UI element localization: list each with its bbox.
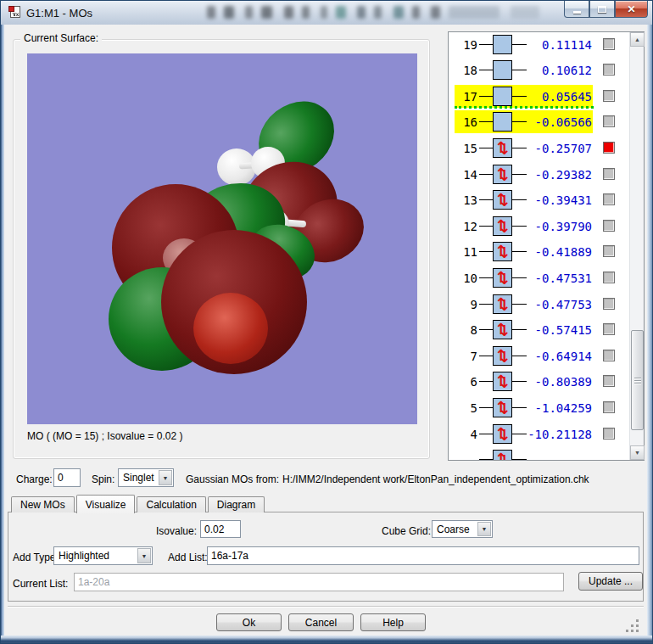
orbital-box[interactable]: ↑↓ bbox=[493, 216, 512, 236]
mo-row-partial[interactable]: ↑↓ bbox=[449, 446, 629, 460]
tab-bar: New MOsVisualizeCalculationDiagram bbox=[11, 494, 266, 512]
mo-energy: 0.05645 bbox=[520, 90, 592, 104]
mo-checkbox-17[interactable] bbox=[603, 90, 615, 102]
orbital-box[interactable] bbox=[493, 87, 512, 106]
mo-checkbox-6[interactable] bbox=[603, 375, 615, 387]
mo-row-6[interactable]: ↑↓6-0.80389 bbox=[449, 368, 629, 395]
gaussian-source-label: Gaussian MOs from: bbox=[186, 473, 279, 485]
mo-row-4[interactable]: ↑↓4-10.21128 bbox=[449, 421, 629, 447]
resize-grip-icon[interactable] bbox=[626, 619, 639, 633]
orbital-box[interactable]: ↑↓ bbox=[493, 450, 512, 460]
orbital-box[interactable]: ↑↓ bbox=[493, 294, 512, 314]
orbital-box[interactable] bbox=[493, 35, 512, 54]
mo-checkbox-16[interactable] bbox=[603, 115, 615, 127]
level-line bbox=[479, 459, 493, 460]
mo-checkbox-19[interactable] bbox=[603, 38, 615, 50]
current-list-input[interactable]: 1a-20a bbox=[74, 573, 564, 591]
mo-checkbox-7[interactable] bbox=[603, 350, 615, 361]
mo-checkbox-18[interactable] bbox=[603, 64, 615, 76]
mo-checkbox-14[interactable] bbox=[603, 168, 615, 180]
level-line bbox=[479, 381, 493, 382]
help-button[interactable]: Help bbox=[360, 613, 426, 631]
orbital-box[interactable]: ↑↓ bbox=[493, 372, 512, 391]
chevron-down-icon[interactable]: ▼ bbox=[137, 548, 151, 563]
isovalue-input[interactable]: 0.02 bbox=[200, 520, 241, 538]
mo-row-11[interactable]: ↑↓11-0.41889 bbox=[449, 238, 629, 265]
update-button[interactable]: Update ... bbox=[578, 572, 643, 591]
mo-row-19[interactable]: 190.11114 bbox=[449, 32, 629, 58]
mo-row-10[interactable]: ↑↓10-0.47531 bbox=[449, 265, 629, 291]
spin-dropdown[interactable]: Singlet ▼ bbox=[118, 468, 174, 487]
mo-row-17[interactable]: 170.05645 bbox=[449, 83, 629, 109]
orbital-box[interactable] bbox=[493, 60, 512, 80]
mo-checkbox-8[interactable] bbox=[603, 323, 615, 335]
mo-row-15[interactable]: ↑↓15-0.25707 bbox=[449, 135, 629, 161]
mo-energy: -0.39790 bbox=[520, 220, 592, 233]
level-line bbox=[479, 304, 493, 305]
mo-checkbox-10[interactable] bbox=[603, 272, 615, 283]
orbital-box[interactable]: ↑↓ bbox=[493, 165, 512, 184]
mo-row-8[interactable]: ↑↓8-0.57415 bbox=[449, 316, 629, 343]
orbital-box[interactable]: ↑↓ bbox=[493, 398, 512, 417]
mo-row-18[interactable]: 180.10612 bbox=[449, 57, 629, 83]
add-type-dropdown[interactable]: Highlighted ▼ bbox=[53, 546, 153, 565]
charge-input[interactable]: 0 bbox=[53, 468, 81, 487]
tab-new-mos[interactable]: New MOs bbox=[11, 496, 75, 512]
mo-energy: -1.04259 bbox=[520, 401, 592, 415]
mo-number: 19 bbox=[452, 38, 477, 52]
mo-row-16[interactable]: 16-0.06566 bbox=[449, 109, 629, 135]
orbital-box[interactable] bbox=[493, 112, 512, 132]
orbital-box[interactable]: ↑↓ bbox=[493, 190, 512, 210]
mo-row-9[interactable]: ↑↓9-0.47753 bbox=[449, 291, 629, 317]
orbital-box[interactable]: ↑↓ bbox=[493, 268, 512, 288]
tab-diagram[interactable]: Diagram bbox=[208, 496, 265, 512]
mo-row-13[interactable]: ↑↓13-0.39431 bbox=[449, 187, 629, 213]
background-window-ghost-icons bbox=[203, 4, 559, 21]
mo-checkbox-9[interactable] bbox=[603, 298, 615, 310]
mo-row-12[interactable]: ↑↓12-0.39790 bbox=[449, 213, 629, 239]
mo-number: 17 bbox=[452, 90, 477, 104]
mo-checkbox-12[interactable] bbox=[603, 220, 615, 232]
scroll-thumb[interactable] bbox=[631, 330, 644, 430]
scroll-up-button[interactable]: ▲ bbox=[630, 32, 645, 47]
spin-down-arrow-icon: ↓ bbox=[498, 322, 511, 339]
mo-checkbox-11[interactable] bbox=[603, 245, 615, 257]
orbital-box[interactable]: ↑↓ bbox=[493, 138, 512, 158]
minimize-button[interactable] bbox=[564, 1, 589, 18]
mo-number: 5 bbox=[452, 401, 477, 415]
orbital-box[interactable]: ↑↓ bbox=[493, 320, 512, 339]
tab-visualize[interactable]: Visualize bbox=[76, 495, 136, 513]
orbital-box[interactable]: ↑↓ bbox=[493, 424, 512, 444]
mo-energy: -0.39431 bbox=[520, 193, 592, 207]
spin-down-arrow-icon: ↓ bbox=[498, 140, 511, 158]
add-list-input[interactable]: 16a-17a bbox=[207, 546, 639, 565]
current-surface-label: Current Surface: bbox=[20, 32, 102, 44]
mo-checkbox-5[interactable] bbox=[603, 401, 615, 413]
close-button[interactable]: ✕ bbox=[615, 1, 648, 18]
maximize-button[interactable] bbox=[589, 1, 615, 18]
scroll-down-button[interactable]: ▼ bbox=[630, 445, 645, 460]
mo-row-5[interactable]: ↑↓5-1.04259 bbox=[449, 395, 629, 421]
window-title: G1:M1 - MOs bbox=[26, 7, 92, 20]
mo-row-7[interactable]: ↑↓7-0.64914 bbox=[449, 343, 629, 369]
mo-checkbox-15[interactable] bbox=[603, 142, 615, 154]
chevron-down-icon[interactable]: ▼ bbox=[159, 470, 172, 485]
gaussian-source-path: H:/IMM2/Independent work/EltonPan_indepe… bbox=[282, 473, 589, 485]
cube-grid-dropdown[interactable]: Coarse ▼ bbox=[432, 520, 493, 538]
orbital-box[interactable]: ↑↓ bbox=[493, 346, 512, 366]
ok-button[interactable]: Ok bbox=[216, 613, 282, 631]
mo-3d-viewport[interactable] bbox=[27, 53, 417, 424]
mo-checkbox-4[interactable] bbox=[603, 428, 615, 440]
tab-calculation[interactable]: Calculation bbox=[137, 496, 205, 512]
mo-list-scrollbar[interactable]: ▲ ▼ bbox=[629, 32, 644, 460]
spin-down-arrow-icon: ↓ bbox=[498, 373, 511, 391]
add-type-label: Add Type: bbox=[13, 552, 59, 563]
chevron-down-icon[interactable]: ▼ bbox=[477, 522, 491, 536]
mo-checkbox-13[interactable] bbox=[603, 193, 615, 205]
mo-row-14[interactable]: ↑↓14-0.29382 bbox=[449, 161, 629, 188]
orbital-box[interactable]: ↑↓ bbox=[493, 242, 512, 261]
cancel-button[interactable]: Cancel bbox=[288, 613, 354, 631]
level-line bbox=[512, 459, 527, 460]
level-line bbox=[479, 329, 493, 330]
level-line bbox=[479, 251, 493, 252]
